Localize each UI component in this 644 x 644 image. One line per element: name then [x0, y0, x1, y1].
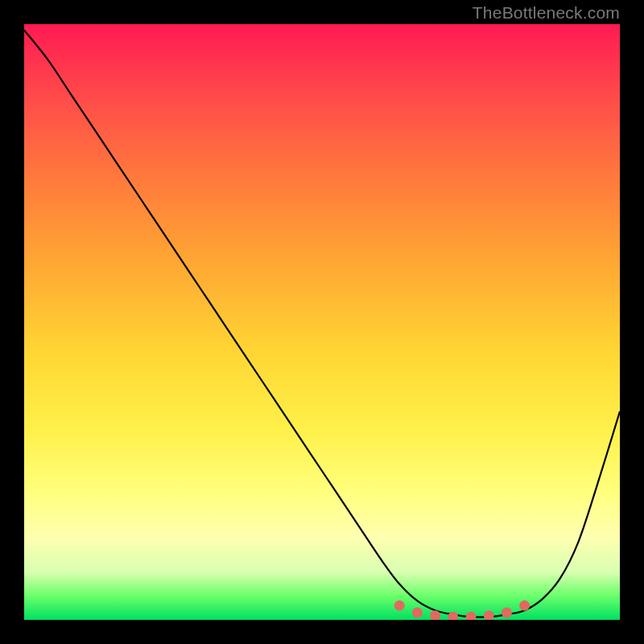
optimal-dots [394, 601, 530, 620]
optimal-dot [502, 608, 512, 618]
optimal-dot [519, 601, 530, 611]
optimal-dot [394, 601, 405, 611]
watermark-text: TheBottleneck.com [473, 3, 620, 23]
curve-svg [24, 24, 620, 620]
optimal-dot [484, 610, 494, 620]
bottleneck-curve [24, 30, 620, 617]
optimal-dot [430, 610, 440, 620]
bottleneck-plot [24, 24, 620, 620]
optimal-dot [412, 608, 423, 618]
optimal-dot [466, 612, 477, 620]
frame: TheBottleneck.com [0, 0, 644, 644]
optimal-dot [448, 612, 458, 620]
